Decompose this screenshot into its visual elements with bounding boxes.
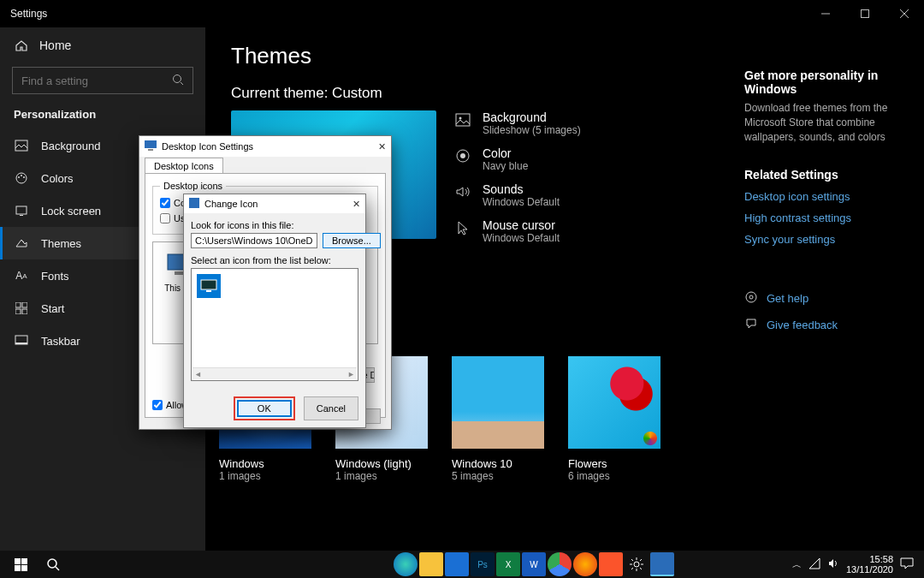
dialog-titlebar[interactable]: Desktop Icon Settings ✕	[139, 136, 391, 157]
browse-button[interactable]: Browse...	[323, 233, 381, 248]
taskbar-search-button[interactable]	[38, 551, 68, 578]
tray-chevron-up-icon[interactable]: ︿	[792, 558, 802, 571]
svg-rect-28	[15, 558, 21, 564]
action-center-icon[interactable]	[900, 557, 914, 571]
promo-body: Download free themes from the Microsoft …	[744, 101, 898, 144]
svg-point-5	[21, 175, 22, 176]
theme-name: Windows (light)	[335, 457, 428, 470]
change-icon-dialog: Change Icon ✕ Look for icons in this fil…	[183, 194, 366, 428]
svg-rect-9	[15, 302, 21, 307]
theme-attr-cursor[interactable]: Mouse cursorWindows Default	[453, 218, 581, 244]
taskbar: Ps X W ︿ 15:58 13/11/2020	[0, 551, 924, 578]
feedback-icon	[744, 317, 758, 333]
window-minimize-button[interactable]	[806, 0, 845, 27]
svg-point-6	[23, 176, 25, 178]
cursor-icon	[453, 218, 472, 237]
theme-name: Windows 10	[452, 457, 544, 470]
app-brave[interactable]	[599, 552, 623, 576]
app-settings[interactable]	[625, 552, 649, 576]
start-button[interactable]	[5, 551, 36, 578]
look-for-icons-label: Look for icons in this file:	[191, 220, 358, 230]
window-title: Settings	[10, 8, 47, 20]
related-settings-title: Related Settings	[744, 168, 898, 182]
link-sync-settings[interactable]: Sync your settings	[744, 233, 898, 246]
app-file-explorer[interactable]	[419, 552, 443, 576]
themes-icon	[14, 235, 29, 251]
svg-point-20	[749, 295, 753, 299]
svg-rect-26	[201, 280, 216, 289]
svg-rect-12	[22, 309, 27, 314]
app-excel[interactable]: X	[496, 552, 520, 576]
svg-rect-25	[189, 198, 199, 208]
svg-rect-2	[15, 140, 27, 151]
select-icon-label: Select an icon from the list below:	[191, 255, 358, 265]
icon-file-path-input[interactable]	[191, 233, 317, 248]
right-info-panel: Get more personality in Windows Download…	[744, 69, 898, 333]
theme-image-count: 1 images	[219, 470, 311, 482]
store-badge-icon	[527, 432, 541, 445]
theme-thumbnail[interactable]	[568, 356, 660, 449]
app-generic-blue[interactable]	[445, 552, 469, 576]
get-help-link[interactable]: Get help	[744, 290, 898, 307]
ok-button-highlight: OK	[234, 396, 295, 420]
app-photoshop[interactable]: Ps	[471, 552, 495, 576]
horizontal-scrollbar[interactable]: ◄►	[192, 367, 357, 379]
window-close-button[interactable]	[885, 0, 924, 27]
svg-point-16	[459, 117, 462, 120]
theme-attr-sounds[interactable]: SoundsWindows Default	[453, 182, 581, 208]
svg-rect-14	[15, 343, 27, 344]
theme-attr-background[interactable]: BackgroundSlideshow (5 images)	[453, 110, 581, 136]
home-nav[interactable]: Home	[0, 31, 205, 60]
help-icon	[744, 290, 758, 307]
sidebar-item-label: Lock screen	[41, 205, 101, 217]
taskbar-apps: Ps X W	[394, 552, 674, 576]
svg-rect-22	[148, 149, 153, 151]
dlg2-ok-button[interactable]: OK	[237, 400, 292, 417]
taskbar-setting-icon	[14, 333, 29, 349]
dialog2-titlebar[interactable]: Change Icon ✕	[184, 194, 365, 213]
tray-network-icon[interactable]	[808, 557, 820, 571]
svg-point-1	[174, 74, 181, 82]
app-mini-icon	[189, 198, 199, 210]
link-desktop-icon-settings[interactable]: Desktop icon settings	[744, 190, 898, 203]
sidebar-item-label: Background	[41, 140, 100, 152]
app-edge[interactable]	[394, 552, 418, 576]
color-icon	[453, 146, 472, 165]
theme-card[interactable]: Flowers6 images	[568, 356, 660, 482]
svg-rect-30	[15, 565, 21, 571]
theme-card[interactable]: Windows 105 images	[452, 356, 544, 482]
theme-image-count: 1 images	[335, 470, 428, 482]
dialog2-title: Change Icon	[204, 199, 258, 209]
app-firefox[interactable]	[573, 552, 597, 576]
link-high-contrast[interactable]: High contrast settings	[744, 212, 898, 224]
svg-point-18	[460, 153, 465, 158]
icon-option-selected[interactable]	[197, 274, 221, 298]
theme-attr-color[interactable]: ColorNavy blue	[453, 146, 581, 172]
search-input[interactable]	[21, 74, 158, 87]
monitor-icon	[200, 279, 217, 293]
svg-rect-11	[15, 309, 21, 314]
dialog-close-button[interactable]: ✕	[378, 141, 386, 152]
svg-rect-10	[22, 302, 27, 307]
dialog-title: Desktop Icon Settings	[162, 141, 253, 152]
promo-title: Get more personality in Windows	[744, 69, 898, 96]
dialog2-close-button[interactable]: ✕	[352, 199, 360, 210]
theme-thumbnail[interactable]	[452, 356, 544, 449]
sidebar-item-label: Taskbar	[41, 335, 80, 348]
give-feedback-link[interactable]: Give feedback	[744, 317, 898, 333]
icon-list[interactable]: ◄►	[191, 268, 358, 381]
taskbar-clock[interactable]: 15:58 13/11/2020	[846, 554, 893, 575]
app-chrome[interactable]	[548, 552, 572, 576]
picture-icon	[453, 110, 472, 129]
fonts-icon: AA	[14, 268, 29, 283]
tray-volume-icon[interactable]	[827, 557, 839, 571]
dlg2-cancel-button[interactable]: Cancel	[304, 396, 358, 420]
app-active-window[interactable]	[650, 552, 674, 576]
find-setting-search[interactable]	[12, 67, 193, 94]
sidebar-item-label: Colors	[41, 172, 74, 185]
window-maximize-button[interactable]	[845, 0, 885, 27]
app-word[interactable]: W	[522, 552, 546, 576]
tab-desktop-icons[interactable]: Desktop Icons	[145, 158, 223, 174]
svg-rect-29	[21, 558, 27, 564]
svg-point-32	[48, 559, 56, 568]
